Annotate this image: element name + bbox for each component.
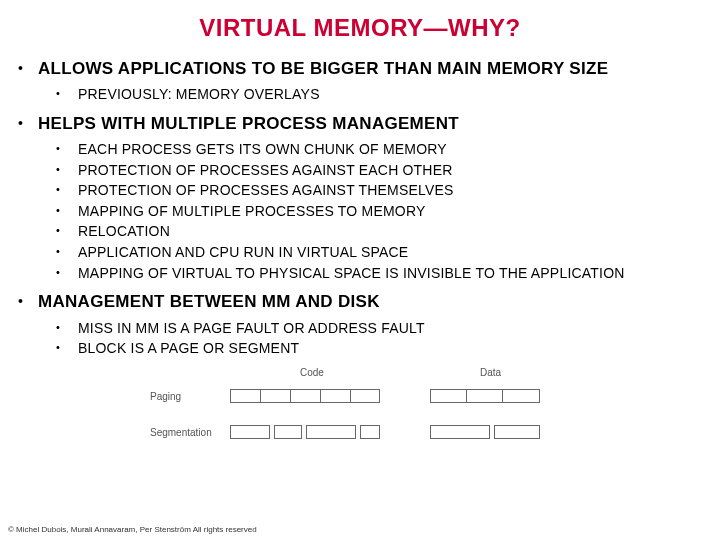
bullet-heading: ALLOWS APPLICATIONS TO BE BIGGER THAN MA… xyxy=(38,58,700,79)
paging-code-block xyxy=(230,389,380,403)
sub-item: PROTECTION OF PROCESSES AGAINST EACH OTH… xyxy=(78,161,700,181)
bullet-heading: MANAGEMENT BETWEEN MM AND DISK xyxy=(38,291,700,312)
diagram-row-label-paging: Paging xyxy=(150,391,181,402)
bullet-sublist: EACH PROCESS GETS ITS OWN CHUNK OF MEMOR… xyxy=(78,140,700,283)
sub-item: PREVIOUSLY: MEMORY OVERLAYS xyxy=(78,85,700,105)
slide-title: VIRTUAL MEMORY—WHY? xyxy=(0,14,720,42)
diagram-row-label-segmentation: Segmentation xyxy=(150,427,212,438)
diagram-label-data: Data xyxy=(480,367,501,378)
copyright-footer: © Michel Dubois, Murali Annavaram, Per S… xyxy=(8,525,257,534)
paging-data-block xyxy=(430,389,540,403)
sub-item: RELOCATION xyxy=(78,222,700,242)
memory-diagram: Code Data Paging Segmentation xyxy=(150,367,570,453)
bullet-heading: HELPS WITH MULTIPLE PROCESS MANAGEMENT xyxy=(38,113,700,134)
diagram-label-code: Code xyxy=(300,367,324,378)
seg-code-1 xyxy=(230,425,270,439)
seg-data-1 xyxy=(430,425,490,439)
seg-code-3 xyxy=(306,425,356,439)
sub-item: MAPPING OF VIRTUAL TO PHYSICAL SPACE IS … xyxy=(78,264,700,284)
bullet-sublist: PREVIOUSLY: MEMORY OVERLAYS xyxy=(78,85,700,105)
bullet-item: ALLOWS APPLICATIONS TO BE BIGGER THAN MA… xyxy=(38,58,700,105)
sub-item: BLOCK IS A PAGE OR SEGMENT xyxy=(78,339,700,359)
bullet-sublist: MISS IN MM IS A PAGE FAULT OR ADDRESS FA… xyxy=(78,319,700,359)
sub-item: PROTECTION OF PROCESSES AGAINST THEMSELV… xyxy=(78,181,700,201)
sub-item: EACH PROCESS GETS ITS OWN CHUNK OF MEMOR… xyxy=(78,140,700,160)
seg-code-2 xyxy=(274,425,302,439)
sub-item: MISS IN MM IS A PAGE FAULT OR ADDRESS FA… xyxy=(78,319,700,339)
bullet-item: MANAGEMENT BETWEEN MM AND DISK MISS IN M… xyxy=(38,291,700,358)
seg-code-4 xyxy=(360,425,380,439)
bullet-item: HELPS WITH MULTIPLE PROCESS MANAGEMENT E… xyxy=(38,113,700,283)
sub-item: MAPPING OF MULTIPLE PROCESSES TO MEMORY xyxy=(78,202,700,222)
bullet-list-top: ALLOWS APPLICATIONS TO BE BIGGER THAN MA… xyxy=(38,58,700,359)
seg-data-2 xyxy=(494,425,540,439)
sub-item: APPLICATION AND CPU RUN IN VIRTUAL SPACE xyxy=(78,243,700,263)
